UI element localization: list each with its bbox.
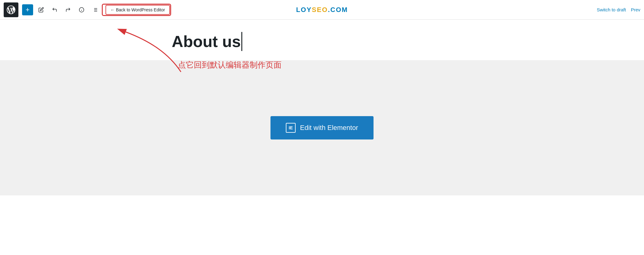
elementor-icon: IE xyxy=(286,123,296,133)
page-title-area: About us 点它回到默认编辑器制作页面 xyxy=(0,32,644,57)
redo-button[interactable] xyxy=(63,4,74,15)
edit-with-elementor-button[interactable]: IE Edit with Elementor xyxy=(270,116,374,139)
toolbar-right: Switch to draft Prev xyxy=(597,7,640,12)
undo-icon xyxy=(52,7,57,13)
back-to-wp-editor-button[interactable]: ← Back to WordPress Editor xyxy=(105,5,170,15)
list-view-button[interactable] xyxy=(90,4,101,15)
pen-icon xyxy=(38,7,44,13)
back-button-wrapper: ← Back to WordPress Editor xyxy=(103,5,170,15)
redo-icon xyxy=(65,7,71,13)
preview-button[interactable]: Prev xyxy=(631,7,640,12)
wp-logo-icon xyxy=(7,6,15,14)
info-icon xyxy=(79,7,84,13)
main-content: About us 点它回到默认编辑器制作页面 IE Edit with Elem… xyxy=(0,20,644,195)
add-block-button[interactable]: + xyxy=(22,4,33,15)
loyseo-logo: LOYSEO.COM xyxy=(296,6,348,14)
elementor-section: IE Edit with Elementor xyxy=(0,60,644,195)
annotation-text: 点它回到默认编辑器制作页面 xyxy=(178,60,282,70)
switch-to-draft-button[interactable]: Switch to draft xyxy=(597,7,626,12)
info-button[interactable] xyxy=(76,4,87,15)
page-title: About us xyxy=(172,32,242,51)
edit-pen-button[interactable] xyxy=(36,4,47,15)
wordpress-logo[interactable] xyxy=(4,2,18,17)
undo-button[interactable] xyxy=(49,4,60,15)
top-toolbar: + xyxy=(0,0,644,20)
list-view-icon xyxy=(92,7,98,13)
